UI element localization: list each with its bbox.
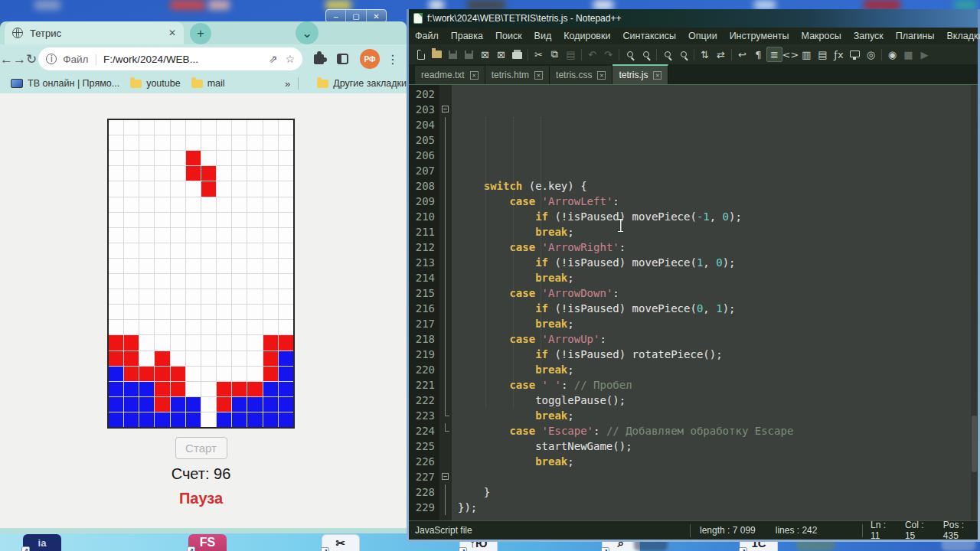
extensions-icon[interactable]	[314, 54, 324, 64]
board-cell	[201, 243, 216, 258]
info-icon[interactable]: i	[46, 54, 57, 64]
desktop-icon-scissors[interactable]: ✂↗	[322, 534, 360, 551]
editor-tab-readme.txt[interactable]: readme.txt✕	[415, 66, 485, 84]
notepadpp-titlebar[interactable]: f:\work\2024\WEB\TETRIS\tetris.js - Note…	[409, 9, 978, 28]
menu-вид[interactable]: Вид	[528, 31, 558, 41]
editor-tab-tetris.css[interactable]: tetris.css✕	[550, 66, 612, 84]
bookmark-star-icon[interactable]: ☆	[285, 53, 295, 65]
monitor-icon[interactable]	[847, 47, 863, 62]
menu-плагины[interactable]: Плагины	[890, 31, 941, 41]
find-icon[interactable]	[622, 47, 638, 62]
new-file-icon[interactable]	[413, 47, 429, 62]
bookmark-label: Другие закладки	[333, 78, 407, 89]
chrome-menu-icon[interactable]: ⋮	[387, 52, 399, 67]
menu-опции[interactable]: Опции	[682, 31, 724, 41]
zoom-in-icon[interactable]	[659, 47, 675, 62]
sync-vertical-icon[interactable]: ⇅	[697, 47, 713, 62]
macro-record-icon[interactable]: ◉	[884, 47, 900, 62]
bookmark-mail[interactable]: mail	[191, 78, 225, 89]
tab-tetris[interactable]: Тетрис ✕	[5, 21, 184, 44]
word-wrap-icon[interactable]: ↩	[734, 47, 750, 62]
indent-guide-icon[interactable]: ≣	[766, 47, 782, 62]
tab-close-icon[interactable]: ✕	[168, 28, 176, 38]
side-panel-icon[interactable]	[337, 54, 348, 64]
fold-collapse-icon[interactable]: −	[442, 106, 449, 112]
replace-icon[interactable]	[638, 47, 654, 62]
menu-файл[interactable]: Файл	[409, 31, 445, 41]
zoom-out-icon[interactable]	[675, 47, 691, 62]
forward-button-icon[interactable]: →	[13, 52, 26, 67]
code-line: break;	[458, 454, 978, 469]
save-icon[interactable]	[445, 47, 461, 62]
save-all-icon[interactable]	[461, 47, 477, 62]
start-button[interactable]: Старт	[175, 437, 227, 459]
document-list-icon[interactable]: ▤	[815, 47, 831, 62]
desktop-icon-fs[interactable]: FS↗	[188, 534, 227, 551]
scrollbar-thumb[interactable]	[972, 416, 977, 472]
close-button[interactable]: ✕	[367, 10, 386, 22]
macro-play-icon[interactable]: ▶	[916, 47, 933, 62]
function-list-icon[interactable]: ƒx	[831, 47, 847, 62]
address-bar[interactable]: i Файл | F:/work/2024/WEB... ⇗ ☆	[38, 47, 302, 70]
menu-правка[interactable]: Правка	[445, 31, 489, 41]
tab-close-icon[interactable]: ✕	[597, 71, 606, 80]
new-tab-button[interactable]: +	[190, 23, 211, 44]
indent-guide	[513, 117, 514, 408]
reload-button-icon[interactable]: ↻	[26, 52, 37, 67]
code-text[interactable]: switch (e.key) { case 'ArrowLeft': if (!…	[452, 85, 978, 520]
desktop-icon-ia[interactable]: ia↗	[23, 534, 61, 551]
board-cell	[263, 135, 278, 150]
menu-вкладки[interactable]: Вкладки	[940, 31, 980, 41]
tab-close-icon[interactable]: ✕	[653, 71, 662, 80]
minimize-button[interactable]: –	[326, 10, 346, 22]
board-cell	[171, 351, 185, 366]
board-cell	[186, 335, 201, 350]
editor-scrollbar[interactable]	[971, 85, 978, 520]
redo-icon[interactable]: ↷	[600, 47, 616, 62]
screen-capture-icon[interactable]: ◎	[863, 47, 879, 62]
profile-avatar[interactable]: РФ	[360, 49, 380, 69]
undo-icon[interactable]: ↶	[584, 47, 600, 62]
sync-horizontal-icon[interactable]: ⇄	[713, 47, 729, 62]
menu-запуск[interactable]: Запуск	[848, 31, 890, 41]
bookmarks-overflow-chevron[interactable]: »	[285, 78, 290, 90]
document-map-icon[interactable]: ▥	[799, 47, 815, 62]
close-all-icon[interactable]: ⊠	[493, 47, 509, 62]
maximize-button[interactable]: ▢	[346, 10, 366, 22]
board-cell	[139, 412, 154, 427]
menu-макросы[interactable]: Макросы	[795, 31, 848, 41]
back-button-icon[interactable]: ←	[0, 52, 13, 67]
board-cell	[186, 305, 201, 319]
menu-инструменты[interactable]: Инструменты	[724, 31, 795, 41]
print-icon[interactable]	[509, 47, 525, 62]
bookmark-другие-закладки[interactable]: Другие закладки	[317, 78, 407, 89]
macro-stop-icon[interactable]: ■	[900, 47, 916, 62]
cut-icon[interactable]: ✂	[531, 47, 547, 62]
copy-icon[interactable]: ⧉	[547, 47, 563, 62]
line-number: 216	[409, 301, 435, 316]
board-cell	[124, 135, 139, 150]
function-completion-icon[interactable]: <>	[782, 47, 799, 62]
bookmark-тв-онлайн-прямо-[interactable]: ТВ онлайн | Прямо...	[11, 78, 119, 89]
fold-margin[interactable]: −−	[439, 85, 452, 520]
editor-tab-tetris.js[interactable]: tetris.js✕	[612, 64, 668, 84]
board-cell	[124, 228, 139, 243]
tab-close-icon[interactable]: ✕	[534, 71, 543, 80]
fold-toggle[interactable]: −	[439, 102, 452, 117]
share-icon[interactable]: ⇗	[269, 53, 278, 65]
code-editor[interactable]: 2022032042052062072082092102112122132142…	[409, 84, 978, 520]
paste-icon[interactable]: ▤	[563, 47, 579, 62]
close-icon[interactable]: ⊠	[477, 47, 493, 62]
tab-close-icon[interactable]: ✕	[470, 71, 479, 80]
open-file-icon[interactable]	[429, 47, 445, 62]
bookmark-youtube[interactable]: youtube	[130, 78, 180, 89]
show-symbols-icon[interactable]: ¶	[750, 47, 766, 62]
menu-кодировки[interactable]: Кодировки	[557, 31, 616, 41]
fold-collapse-icon[interactable]: −	[442, 473, 449, 480]
fold-toggle[interactable]: −	[439, 469, 452, 484]
tab-chevron-button[interactable]: ⌄	[296, 21, 318, 44]
line-number: 205	[409, 132, 435, 148]
menu-поиск[interactable]: Поиск	[489, 31, 528, 41]
menu-синтаксисы[interactable]: Синтаксисы	[616, 31, 682, 41]
editor-tab-tetris.htm[interactable]: tetris.htm✕	[485, 66, 550, 84]
